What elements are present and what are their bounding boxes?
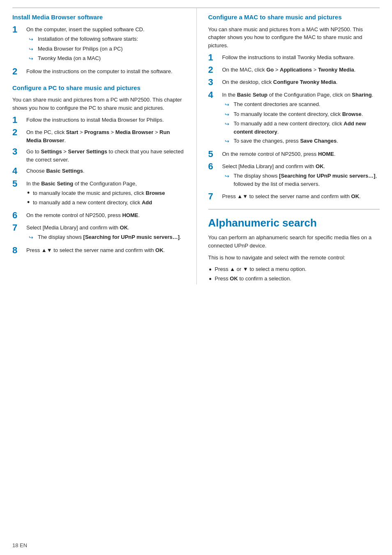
page-footer: 18 EN [12,542,27,548]
bullet-dot-1: • [27,189,33,197]
pc-step-num-7: 7 [12,223,24,233]
mac-step-5-content: On the remote control of NP2500, press H… [222,150,380,158]
alphanumeric-bullets: • Press ▲ or ▼ to select a menu option. … [208,266,380,284]
pc-step-4-content: Choose Basic Settings. [26,167,184,175]
sub-item-2-text: Media Browser for Philips (on a PC) [38,45,123,53]
mac-step-4-arrow-1: ↪ The content directories are scanned. [222,100,380,109]
pc-intro: You can share music and pictures from a … [12,96,184,112]
sub-item-1-text: Installation of the following software s… [38,35,138,43]
pc-step-8-text: Press ▲▼ to select the server name and c… [26,247,165,253]
pc-step-1-text: Follow the instructions to install Media… [26,117,164,123]
mac-step-4-arrow-3-text: To manually add a new content directory,… [234,120,380,136]
mac-step-2-content: On the MAC, click Go > Applications > Tw… [222,66,380,74]
mac-step-4-arrow-2: ↪ To manually locate the content directo… [222,110,380,119]
pc-step-1-content: Follow the instructions to install Media… [26,116,184,124]
mac-step-4-arrow-4-text: To save the changes, press Save Changes. [234,137,338,145]
mac-step-4-arrows: ↪ The content directories are scanned. ↪… [222,100,380,146]
alpha-bullet-dot-2: • [209,275,215,284]
mac-step-4-arrow-4: ↪ To save the changes, press Save Change… [222,137,380,146]
main-content: Install Media Browser software 1 On the … [12,8,380,284]
mac-step-1: 1 Follow the instructions to install Two… [208,53,380,62]
pc-step-7-text: Select [Media Library] and confirm with … [26,224,129,231]
mac-step-6: 6 Select [Media Library] and confirm wit… [208,162,380,190]
pc-step-7-arrow-1-text: The display shows [Searching for UPnP mu… [38,233,181,241]
pc-step-4-text: Choose Basic Settings. [26,168,85,174]
bullet-dot-2: • [27,199,33,207]
pc-step-2-text: On the PC, click Start > Programs > Medi… [26,129,170,143]
mac-step-4-arrow-3: ↪ To manually add a new content director… [222,120,380,136]
left-column: Install Media Browser software 1 On the … [12,8,184,284]
pc-step-1: 1 Follow the instructions to install Med… [12,116,184,125]
mac-step-4-arrow-2-text: To manually locate the content directory… [234,110,363,118]
mac-step-7-content: Press ▲▼ to select the server name and c… [222,192,380,201]
pc-step-num-2: 2 [12,127,24,137]
pc-step-2: 2 On the PC, click Start > Programs > Me… [12,128,184,144]
mac-step-6-arrow-1-text: The display shows [Searching for UPnP mu… [234,172,380,188]
arrow-icon-7a: ↪ [29,234,35,242]
pc-step-4: 4 Choose Basic Settings. [12,167,184,176]
pc-step-6-content: On the remote control of NP2500, press H… [26,211,184,220]
pc-step-5-text: In the Basic Seting of the Configuration… [26,180,137,187]
pc-step-num-8: 8 [12,245,24,255]
sub-item-2: ↪ Media Browser for Philips (on a PC) [26,45,184,53]
alpha-bullet-2-text: Press OK to confirm a selection. [215,275,291,282]
mac-intro: You can share music and pictures from a … [208,25,380,50]
mac-step-4-content: In the Basic Setup of the Configuration … [222,91,380,147]
pc-step-3-content: Go to Settings > Server Settings to chec… [26,148,184,164]
step-1-subitems: ↪ Installation of the following software… [26,35,184,63]
sub-item-3: ↪ Twonky Media (on a MAC) [26,54,184,63]
alphanumeric-title: Alphanumeric search [208,216,380,230]
alpha-bullet-1-text: Press ▲ or ▼ to select a menu option. [215,266,307,272]
install-step-2: 2 Follow the instructions on the compute… [12,67,184,76]
alpha-bullet-2: • Press OK to confirm a selection. [208,275,380,284]
pc-step-num-1: 1 [12,115,24,125]
pc-bullet-1-text: to manually locate the music and picture… [33,189,165,197]
mac-step-3: 3 On the desktop, click Configure Twonky… [208,78,380,87]
pc-step-5: 5 In the Basic Seting of the Configurati… [12,180,184,208]
pc-step-6: 6 On the remote control of NP2500, press… [12,211,184,220]
mac-step-num-2: 2 [208,65,220,75]
sub-item-3-text: Twonky Media (on a MAC) [38,54,101,62]
mac-arrow-6a: ↪ [225,172,231,180]
mac-step-num-6: 6 [208,162,220,171]
pc-step-5-bullets: • to manually locate the music and pictu… [26,189,184,207]
section-divider [208,209,380,210]
mac-step-num-7: 7 [208,192,220,201]
pc-step-8: 8 Press ▲▼ to select the server name and… [12,246,184,255]
pc-step-num-4: 4 [12,166,24,176]
pc-step-5-content: In the Basic Seting of the Configuration… [26,180,184,208]
mac-step-6-text: Select [Media Library] and confirm with … [222,163,325,169]
page: Install Media Browser software 1 On the … [0,0,392,555]
step-2-text: Follow the instructions on the computer … [26,68,173,74]
mac-arrow-4a: ↪ [225,101,231,109]
install-section-title: Install Media Browser software [12,13,184,21]
pc-section-title: Configure a PC to share music and pictur… [12,84,184,92]
mac-step-3-text: On the desktop, click Configure Twonky M… [222,79,338,85]
step-1-content: On the computer, insert the supplied sof… [26,25,184,64]
mac-step-num-5: 5 [208,149,220,159]
pc-bullet-2-text: to manually add a new content directory,… [33,199,152,207]
mac-arrow-4c: ↪ [225,120,231,128]
arrow-icon-3: ↪ [29,55,35,63]
install-step-1: 1 On the computer, insert the supplied s… [12,25,184,64]
alphanumeric-intro2: This is how to navigate and select with … [208,254,380,262]
mac-step-6-arrow-1: ↪ The display shows [Searching for UPnP … [222,172,380,188]
step-2-content: Follow the instructions on the computer … [26,67,184,76]
install-steps: 1 On the computer, insert the supplied s… [12,25,184,76]
pc-step-num-3: 3 [12,147,24,157]
mac-step-2-text: On the MAC, click Go > Applications > Tw… [222,67,356,73]
mac-step-7: 7 Press ▲▼ to select the server name and… [208,192,380,201]
mac-step-5-text: On the remote control of NP2500, press H… [222,151,336,157]
pc-step-3: 3 Go to Settings > Server Settings to ch… [12,148,184,164]
mac-step-6-content: Select [Media Library] and confirm with … [222,162,380,190]
mac-step-6-arrows: ↪ The display shows [Searching for UPnP … [222,172,380,188]
mac-step-4-arrow-1-text: The content directories are scanned. [234,100,321,109]
alphanumeric-intro1: You can perform an alphanumeric search f… [208,234,380,250]
mac-step-num-4: 4 [208,90,220,100]
pc-step-2-content: On the PC, click Start > Programs > Medi… [26,128,184,144]
mac-arrow-4b: ↪ [225,111,231,119]
step-num-2: 2 [12,67,24,76]
pc-step-8-content: Press ▲▼ to select the server name and c… [26,246,184,254]
pc-steps: 1 Follow the instructions to install Med… [12,116,184,255]
step-num-1: 1 [12,25,24,35]
